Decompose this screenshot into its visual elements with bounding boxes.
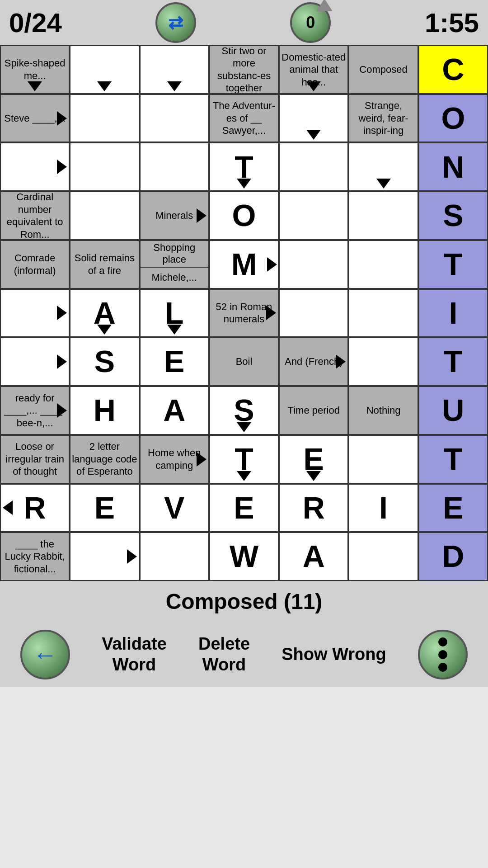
cell-r9c1[interactable]: Loose or irregular train of thought bbox=[0, 435, 70, 484]
cell-r8c1[interactable]: ready for ____,... ____-bee-n,... bbox=[0, 386, 70, 435]
cell-r5c2[interactable]: Solid remains of a fire bbox=[70, 240, 139, 289]
cell-r11c2[interactable] bbox=[70, 532, 139, 581]
cell-r3c6[interactable] bbox=[348, 142, 418, 191]
cell-r10c4[interactable]: E bbox=[209, 484, 279, 533]
letter-r10c6: I bbox=[379, 490, 388, 527]
cell-r1c2[interactable] bbox=[70, 45, 139, 94]
cell-r3c2[interactable] bbox=[70, 142, 139, 191]
cell-r5c3[interactable]: Shopping place Michele,... bbox=[140, 240, 209, 289]
cell-r4c6[interactable] bbox=[348, 191, 418, 240]
cell-r11c3[interactable] bbox=[140, 532, 209, 581]
cell-r8c6[interactable]: Nothing bbox=[348, 386, 418, 435]
cell-r11c5[interactable]: A bbox=[279, 532, 348, 581]
cell-r9c4[interactable]: T bbox=[209, 435, 279, 484]
dot-icon-3 bbox=[438, 663, 447, 672]
arrow-right-icon bbox=[57, 306, 67, 320]
cell-r7c3[interactable]: E bbox=[140, 337, 209, 386]
cell-r7c6[interactable] bbox=[348, 337, 418, 386]
letter-r11c5: A bbox=[303, 538, 325, 575]
cell-r6c4[interactable]: 52 in Roman numerals bbox=[209, 289, 279, 338]
crossword-grid: Spike-shaped me... Stir two or more subs… bbox=[0, 45, 488, 581]
clue-r1c6: Composed bbox=[358, 62, 408, 77]
cell-r8c7[interactable]: U bbox=[418, 386, 488, 435]
letter-r11c7: D bbox=[442, 538, 464, 575]
cell-r5c6[interactable] bbox=[348, 240, 418, 289]
cell-r2c5[interactable] bbox=[279, 94, 348, 143]
settings-button[interactable] bbox=[418, 630, 468, 679]
cell-r11c7[interactable]: D bbox=[418, 532, 488, 581]
cell-r11c4[interactable]: W bbox=[209, 532, 279, 581]
swap-button[interactable]: ⇄ bbox=[155, 2, 196, 43]
cell-r8c4[interactable]: S bbox=[209, 386, 279, 435]
cell-r9c3[interactable]: Home when camping bbox=[140, 435, 209, 484]
cell-r10c2[interactable]: E bbox=[70, 484, 139, 533]
cell-r5c5[interactable] bbox=[279, 240, 348, 289]
cell-r6c7[interactable]: I bbox=[418, 289, 488, 338]
cell-r2c2[interactable] bbox=[70, 94, 139, 143]
cell-r7c7[interactable]: T bbox=[418, 337, 488, 386]
clue-r7c5: And (French) bbox=[284, 354, 343, 369]
cell-r11c1[interactable]: ____ the Lucky Rabbit, fictional... bbox=[0, 532, 70, 581]
cell-r7c1[interactable] bbox=[0, 337, 70, 386]
arrow-down-icon bbox=[97, 81, 112, 91]
cell-r4c5[interactable] bbox=[279, 191, 348, 240]
cell-r9c5[interactable]: E bbox=[279, 435, 348, 484]
cell-r5c1[interactable]: Comrade (informal) bbox=[0, 240, 70, 289]
cell-r8c5[interactable]: Time period bbox=[279, 386, 348, 435]
cell-r3c4[interactable]: T bbox=[209, 142, 279, 191]
cell-r9c7[interactable]: T bbox=[418, 435, 488, 484]
cell-r2c1[interactable]: Steve ____,... bbox=[0, 94, 70, 143]
cell-r7c4[interactable]: Boil bbox=[209, 337, 279, 386]
cell-r1c5[interactable]: Domestic-ated animal that has... bbox=[279, 45, 348, 94]
cell-r10c3[interactable]: V bbox=[140, 484, 209, 533]
cell-r1c1[interactable]: Spike-shaped me... bbox=[0, 45, 70, 94]
cell-r4c7[interactable]: S bbox=[418, 191, 488, 240]
cell-r1c3[interactable] bbox=[140, 45, 209, 94]
cell-r3c5[interactable] bbox=[279, 142, 348, 191]
cell-r10c6[interactable]: I bbox=[348, 484, 418, 533]
cell-r8c3[interactable]: A bbox=[140, 386, 209, 435]
cell-r2c3[interactable] bbox=[140, 94, 209, 143]
cell-r3c3[interactable] bbox=[140, 142, 209, 191]
letter-r7c7: T bbox=[444, 343, 463, 380]
cell-r10c5[interactable]: R bbox=[279, 484, 348, 533]
cell-r4c1[interactable]: Cardinal number equivalent to Rom... bbox=[0, 191, 70, 240]
cell-r11c6[interactable] bbox=[348, 532, 418, 581]
cell-r4c4[interactable]: O bbox=[209, 191, 279, 240]
cell-r9c6[interactable] bbox=[348, 435, 418, 484]
cell-r3c7[interactable]: N bbox=[418, 142, 488, 191]
cell-r3c1[interactable] bbox=[0, 142, 70, 191]
cell-r6c2[interactable]: A bbox=[70, 289, 139, 338]
score-display: 0/24 bbox=[9, 7, 62, 38]
cell-r2c7[interactable]: O bbox=[418, 94, 488, 143]
cell-r6c1[interactable] bbox=[0, 289, 70, 338]
cell-r6c5[interactable] bbox=[279, 289, 348, 338]
arrow-right-icon bbox=[336, 354, 346, 369]
cell-r7c2[interactable]: S bbox=[70, 337, 139, 386]
show-wrong-button[interactable]: Show Wrong bbox=[282, 644, 386, 665]
letter-r1c7: C bbox=[442, 51, 464, 88]
back-button[interactable]: ← bbox=[20, 630, 70, 679]
clue-r4c1: Cardinal number equivalent to Rom... bbox=[1, 191, 69, 240]
cell-r1c4[interactable]: Stir two or more substanc-es together bbox=[209, 45, 279, 94]
cell-r4c2[interactable] bbox=[70, 191, 139, 240]
clue-r5c2: Solid remains of a fire bbox=[70, 251, 138, 278]
cell-r1c7[interactable]: C bbox=[418, 45, 488, 94]
delete-word-button[interactable]: DeleteWord bbox=[198, 634, 250, 675]
cell-r1c6[interactable]: Composed bbox=[348, 45, 418, 94]
cell-r2c4[interactable]: The Adventur-es of __ Sawyer,... bbox=[209, 94, 279, 143]
cell-r8c2[interactable]: H bbox=[70, 386, 139, 435]
cell-r10c7[interactable]: E bbox=[418, 484, 488, 533]
cell-r6c3[interactable]: L bbox=[140, 289, 209, 338]
cell-r6c6[interactable] bbox=[348, 289, 418, 338]
validate-word-button[interactable]: ValidateWord bbox=[102, 634, 167, 675]
cell-r7c5[interactable]: And (French) bbox=[279, 337, 348, 386]
cell-r5c4[interactable]: M bbox=[209, 240, 279, 289]
cell-r4c3[interactable]: Minerals bbox=[140, 191, 209, 240]
cell-r5c7[interactable]: T bbox=[418, 240, 488, 289]
hint-button[interactable]: 0 bbox=[290, 2, 331, 43]
cell-r2c6[interactable]: Strange, weird, fear-inspir-ing bbox=[348, 94, 418, 143]
cell-r10c1[interactable]: R bbox=[0, 484, 70, 533]
cell-r9c2[interactable]: 2 letter language code of Esperanto bbox=[70, 435, 139, 484]
arrow-down-icon bbox=[376, 179, 391, 189]
